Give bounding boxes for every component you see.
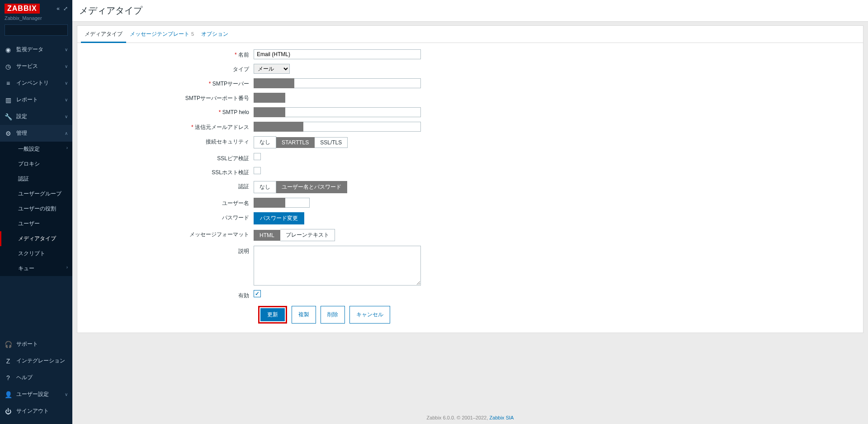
row-smtp-helo: * SMTP helo [82,107,859,117]
site-name: Zabbix_Manager [0,15,72,24]
ssl-host-checkbox[interactable] [254,167,261,174]
sub-mediatypes[interactable]: メディアタイプ [0,231,72,246]
nav-administration[interactable]: ⚙ 管理 ∧ [0,125,72,142]
chevron-down-icon: ∨ [65,114,68,119]
footer-copyright: Zabbix 6.0.0. © 2001–2022, [427,415,490,420]
smtp-helo-masked[interactable] [254,107,285,117]
row-conn-security: 接続セキュリティ なし STARTTLS SSL/TLS [82,136,859,148]
submenu-administration: 一般設定› プロキシ 認証 ユーザーグループ ユーザーの役割 ユーザー メディア… [0,142,72,276]
username-input[interactable] [285,198,310,208]
logo[interactable]: ZABBIX [5,4,40,14]
sub-proxies[interactable]: プロキシ [0,157,72,172]
foot-label: ユーザー設定 [16,391,49,398]
sub-authentication[interactable]: 認証 [0,172,72,186]
form: * 名前 タイプ メール * SMTPサーバー SMTPサーバーポート番号 [77,43,863,333]
row-smtp-email: * 送信元メールアドレス [82,122,859,132]
search-box[interactable]: 🔍 [5,24,68,36]
main: メディアタイプ メディアタイプ メッセージテンプレート5 オプション * 名前 [72,0,868,424]
sub-usergroups[interactable]: ユーザーグループ [0,186,72,201]
label-smtp-port: SMTPサーバーポート番号 [82,93,254,102]
seg-auth-none[interactable]: なし [254,181,276,193]
smtp-server-masked[interactable] [254,78,294,88]
tabs: メディアタイプ メッセージテンプレート5 オプション [77,26,863,43]
tab-options[interactable]: オプション [198,26,232,43]
name-input[interactable] [254,49,421,59]
gear-icon: ⚙ [5,130,12,137]
seg-conn-none[interactable]: なし [254,136,276,148]
smtp-server-input[interactable] [294,78,421,88]
sidebar-header: ZABBIX « ⤢ [0,0,72,15]
nav-services[interactable]: ◷ サービス ∨ [0,58,72,75]
chevron-down-icon: ∨ [65,47,68,52]
collapse-icon[interactable]: « [57,5,60,12]
nav-inventory[interactable]: ≡ インベントリ ∨ [0,75,72,91]
nav-reports[interactable]: ▥ レポート ∨ [0,91,72,108]
enabled-checkbox[interactable] [254,290,261,297]
sidebar-footer: 🎧サポート Zインテグレーション ?ヘルプ 👤ユーザー設定∨ ⏻サインアウト [0,336,72,424]
sub-general[interactable]: 一般設定› [0,142,72,157]
foot-label: サインアウト [16,407,49,415]
sub-userroles[interactable]: ユーザーの役割 [0,201,72,216]
tab-count: 5 [191,31,194,37]
power-icon: ⏻ [5,408,12,415]
wrench-icon: 🔧 [5,113,12,120]
foot-help[interactable]: ?ヘルプ [0,369,72,386]
delete-button[interactable]: 削除 [321,306,345,324]
seg-format-plain[interactable]: プレーンテキスト [280,229,335,241]
smtp-port-input[interactable] [254,93,285,103]
format-group: HTML プレーンテキスト [254,229,335,241]
label-ssl-host: SSLホスト検証 [82,167,254,176]
foot-integrations[interactable]: Zインテグレーション [0,353,72,369]
password-change-button[interactable]: パスワード変更 [254,212,304,224]
eye-icon: ◉ [5,46,12,53]
cancel-button[interactable]: キャンセル [349,306,390,324]
seg-auth-userpass[interactable]: ユーザー名とパスワード [276,181,347,193]
page-header: メディアタイプ [72,0,868,22]
label-smtp-helo: * SMTP helo [82,107,254,115]
clone-button[interactable]: 複製 [292,306,316,324]
content-wrap: メディアタイプ メッセージテンプレート5 オプション * 名前 タイプ メール [72,22,868,337]
row-enabled: 有効 [82,290,859,300]
expand-icon[interactable]: ⤢ [63,5,68,12]
nav-label: 管理 [16,129,27,137]
sub-scripts[interactable]: スクリプト [0,246,72,261]
type-select[interactable]: メール [254,64,290,74]
label-username: ユーザー名 [82,198,254,207]
label-enabled: 有効 [82,290,254,300]
chevron-right-icon: › [66,145,68,150]
label-format: メッセージフォーマット [82,229,254,238]
update-button[interactable]: 更新 [260,308,285,321]
seg-format-html[interactable]: HTML [254,230,280,241]
row-smtp-port: SMTPサーバーポート番号 [82,93,859,103]
tab-templates[interactable]: メッセージテンプレート5 [126,26,198,43]
smtp-email-input[interactable] [303,122,421,132]
foot-signout[interactable]: ⏻サインアウト [0,403,72,419]
footer-link[interactable]: Zabbix SIA [490,415,514,420]
smtp-helo-input[interactable] [285,107,421,117]
description-textarea[interactable] [254,246,421,286]
nav-monitoring[interactable]: ◉ 監視データ ∨ [0,41,72,58]
tab-mediatype[interactable]: メディアタイプ [81,26,126,43]
seg-conn-starttls[interactable]: STARTTLS [276,137,315,148]
seg-conn-ssltls[interactable]: SSL/TLS [315,137,348,148]
row-name: * 名前 [82,49,859,59]
nav-label: 監視データ [16,46,43,53]
sub-label: 一般設定 [18,146,40,152]
label-ssl-peer: SSLピア検証 [82,153,254,162]
smtp-email-masked[interactable] [254,122,303,132]
nav-configuration[interactable]: 🔧 設定 ∨ [0,108,72,125]
nav-label: 設定 [16,113,27,120]
z-icon: Z [5,357,12,365]
ssl-peer-checkbox[interactable] [254,153,261,160]
sub-queue[interactable]: キュー› [0,261,72,276]
label-auth: 認証 [82,181,254,191]
chevron-right-icon: › [66,265,68,270]
foot-support[interactable]: 🎧サポート [0,336,72,353]
sub-users[interactable]: ユーザー [0,216,72,231]
foot-usersettings[interactable]: 👤ユーザー設定∨ [0,386,72,403]
row-username: ユーザー名 [82,198,859,208]
tabs-card: メディアタイプ メッセージテンプレート5 オプション * 名前 タイプ メール [77,25,863,333]
auth-group: なし ユーザー名とパスワード [254,181,347,193]
row-smtp-server: * SMTPサーバー [82,78,859,88]
username-masked[interactable] [254,198,285,208]
